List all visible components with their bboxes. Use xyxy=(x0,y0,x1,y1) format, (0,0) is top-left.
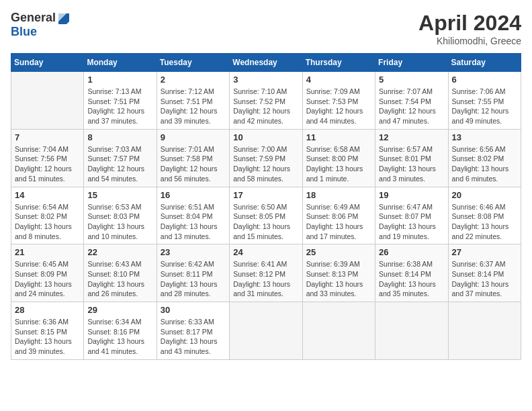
calendar-cell: 29Sunrise: 6:34 AMSunset: 8:16 PMDayligh… xyxy=(84,302,157,360)
day-number: 6 xyxy=(452,75,517,85)
day-number: 5 xyxy=(379,75,444,85)
day-number: 21 xyxy=(15,247,80,257)
calendar-cell xyxy=(230,302,302,360)
cell-content: Sunrise: 6:56 AMSunset: 8:02 PMDaylight:… xyxy=(452,144,517,184)
cell-content: Sunrise: 7:07 AMSunset: 7:54 PMDaylight:… xyxy=(379,87,444,126)
cell-content: Sunrise: 7:12 AMSunset: 7:51 PMDaylight:… xyxy=(161,87,226,126)
logo-general-text: General xyxy=(11,11,56,25)
day-number: 3 xyxy=(233,75,298,85)
page-header: General Blue April 2024 Khiliomodhi, Gre… xyxy=(11,11,521,46)
cell-content: Sunrise: 6:34 AMSunset: 8:16 PMDaylight:… xyxy=(87,317,152,357)
week-row-3: 14Sunrise: 6:54 AMSunset: 8:02 PMDayligh… xyxy=(11,187,521,244)
day-number: 13 xyxy=(452,132,517,142)
day-number: 20 xyxy=(452,190,517,200)
day-number: 26 xyxy=(379,247,444,257)
cell-content: Sunrise: 7:01 AMSunset: 7:58 PMDaylight:… xyxy=(161,144,226,184)
calendar-cell: 19Sunrise: 6:47 AMSunset: 8:07 PMDayligh… xyxy=(375,187,448,244)
cell-content: Sunrise: 6:50 AMSunset: 8:05 PMDaylight:… xyxy=(233,202,298,242)
day-number: 29 xyxy=(87,305,152,315)
calendar-cell: 15Sunrise: 6:53 AMSunset: 8:03 PMDayligh… xyxy=(84,187,157,244)
day-number: 18 xyxy=(306,190,371,200)
month-title: April 2024 xyxy=(418,11,521,36)
week-row-5: 28Sunrise: 6:36 AMSunset: 8:15 PMDayligh… xyxy=(11,302,521,360)
cell-content: Sunrise: 7:09 AMSunset: 7:53 PMDaylight:… xyxy=(306,87,371,126)
calendar-table: SundayMondayTuesdayWednesdayThursdayFrid… xyxy=(11,53,521,360)
day-number: 16 xyxy=(161,190,226,200)
cell-content: Sunrise: 7:04 AMSunset: 7:56 PMDaylight:… xyxy=(15,144,80,184)
day-number: 2 xyxy=(161,75,226,85)
week-row-1: 1Sunrise: 7:13 AMSunset: 7:51 PMDaylight… xyxy=(11,72,521,130)
calendar-cell: 7Sunrise: 7:04 AMSunset: 7:56 PMDaylight… xyxy=(11,129,84,187)
cell-content: Sunrise: 7:06 AMSunset: 7:55 PMDaylight:… xyxy=(452,87,517,126)
day-number: 22 xyxy=(87,247,152,257)
cell-content: Sunrise: 7:00 AMSunset: 7:59 PMDaylight:… xyxy=(233,144,298,184)
logo-blue-text: Blue xyxy=(11,25,37,38)
day-number: 17 xyxy=(233,190,298,200)
cell-content: Sunrise: 6:46 AMSunset: 8:08 PMDaylight:… xyxy=(452,202,517,242)
cell-content: Sunrise: 6:36 AMSunset: 8:15 PMDaylight:… xyxy=(15,317,80,357)
calendar-cell: 8Sunrise: 7:03 AMSunset: 7:57 PMDaylight… xyxy=(84,129,157,187)
calendar-cell: 12Sunrise: 6:57 AMSunset: 8:01 PMDayligh… xyxy=(375,129,448,187)
cell-content: Sunrise: 6:39 AMSunset: 8:13 PMDaylight:… xyxy=(306,259,371,299)
day-number: 28 xyxy=(15,305,80,315)
calendar-cell: 25Sunrise: 6:39 AMSunset: 8:13 PMDayligh… xyxy=(302,244,375,302)
calendar-cell: 11Sunrise: 6:58 AMSunset: 8:00 PMDayligh… xyxy=(302,129,375,187)
calendar-cell: 14Sunrise: 6:54 AMSunset: 8:02 PMDayligh… xyxy=(11,187,84,244)
cell-content: Sunrise: 6:49 AMSunset: 8:06 PMDaylight:… xyxy=(306,202,371,242)
day-number: 23 xyxy=(161,247,226,257)
cell-content: Sunrise: 6:45 AMSunset: 8:09 PMDaylight:… xyxy=(15,259,80,299)
weekday-header-tuesday: Tuesday xyxy=(157,54,229,72)
day-number: 15 xyxy=(87,190,152,200)
cell-content: Sunrise: 7:13 AMSunset: 7:51 PMDaylight:… xyxy=(87,87,152,126)
cell-content: Sunrise: 6:41 AMSunset: 8:12 PMDaylight:… xyxy=(233,259,298,299)
week-row-2: 7Sunrise: 7:04 AMSunset: 7:56 PMDaylight… xyxy=(11,129,521,187)
day-number: 10 xyxy=(233,132,298,142)
cell-content: Sunrise: 6:54 AMSunset: 8:02 PMDaylight:… xyxy=(15,202,80,242)
calendar-cell: 22Sunrise: 6:43 AMSunset: 8:10 PMDayligh… xyxy=(84,244,157,302)
calendar-cell: 26Sunrise: 6:38 AMSunset: 8:14 PMDayligh… xyxy=(375,244,448,302)
calendar-cell: 16Sunrise: 6:51 AMSunset: 8:04 PMDayligh… xyxy=(157,187,229,244)
day-number: 4 xyxy=(306,75,371,85)
calendar-cell: 18Sunrise: 6:49 AMSunset: 8:06 PMDayligh… xyxy=(302,187,375,244)
weekday-header-friday: Friday xyxy=(375,54,448,72)
calendar-cell: 2Sunrise: 7:12 AMSunset: 7:51 PMDaylight… xyxy=(157,72,229,130)
day-number: 1 xyxy=(87,75,152,85)
week-row-4: 21Sunrise: 6:45 AMSunset: 8:09 PMDayligh… xyxy=(11,244,521,302)
weekday-header-monday: Monday xyxy=(84,54,157,72)
cell-content: Sunrise: 6:42 AMSunset: 8:11 PMDaylight:… xyxy=(161,259,226,299)
calendar-cell: 9Sunrise: 7:01 AMSunset: 7:58 PMDaylight… xyxy=(157,129,229,187)
logo-icon xyxy=(57,12,69,24)
calendar-cell: 28Sunrise: 6:36 AMSunset: 8:15 PMDayligh… xyxy=(11,302,84,360)
weekday-header-row: SundayMondayTuesdayWednesdayThursdayFrid… xyxy=(11,54,521,72)
weekday-header-saturday: Saturday xyxy=(448,54,521,72)
calendar-cell: 27Sunrise: 6:37 AMSunset: 8:14 PMDayligh… xyxy=(448,244,521,302)
day-number: 24 xyxy=(233,247,298,257)
cell-content: Sunrise: 6:43 AMSunset: 8:10 PMDaylight:… xyxy=(87,259,152,299)
weekday-header-sunday: Sunday xyxy=(11,54,84,72)
calendar-cell: 21Sunrise: 6:45 AMSunset: 8:09 PMDayligh… xyxy=(11,244,84,302)
cell-content: Sunrise: 6:37 AMSunset: 8:14 PMDaylight:… xyxy=(452,259,517,299)
title-area: April 2024 Khiliomodhi, Greece xyxy=(418,11,521,46)
calendar-cell: 10Sunrise: 7:00 AMSunset: 7:59 PMDayligh… xyxy=(230,129,302,187)
cell-content: Sunrise: 7:10 AMSunset: 7:52 PMDaylight:… xyxy=(233,87,298,126)
day-number: 30 xyxy=(161,305,226,315)
calendar-cell: 17Sunrise: 6:50 AMSunset: 8:05 PMDayligh… xyxy=(230,187,302,244)
day-number: 19 xyxy=(379,190,444,200)
calendar-cell xyxy=(302,302,375,360)
calendar-cell: 3Sunrise: 7:10 AMSunset: 7:52 PMDaylight… xyxy=(230,72,302,130)
day-number: 8 xyxy=(87,132,152,142)
calendar-cell: 4Sunrise: 7:09 AMSunset: 7:53 PMDaylight… xyxy=(302,72,375,130)
cell-content: Sunrise: 6:53 AMSunset: 8:03 PMDaylight:… xyxy=(87,202,152,242)
cell-content: Sunrise: 6:51 AMSunset: 8:04 PMDaylight:… xyxy=(161,202,226,242)
location: Khiliomodhi, Greece xyxy=(418,36,521,46)
cell-content: Sunrise: 6:57 AMSunset: 8:01 PMDaylight:… xyxy=(379,144,444,184)
calendar-cell: 24Sunrise: 6:41 AMSunset: 8:12 PMDayligh… xyxy=(230,244,302,302)
cell-content: Sunrise: 6:58 AMSunset: 8:00 PMDaylight:… xyxy=(306,144,371,184)
day-number: 14 xyxy=(15,190,80,200)
weekday-header-wednesday: Wednesday xyxy=(230,54,302,72)
day-number: 7 xyxy=(15,132,80,142)
cell-content: Sunrise: 6:47 AMSunset: 8:07 PMDaylight:… xyxy=(379,202,444,242)
calendar-cell: 6Sunrise: 7:06 AMSunset: 7:55 PMDaylight… xyxy=(448,72,521,130)
weekday-header-thursday: Thursday xyxy=(302,54,375,72)
calendar-cell: 30Sunrise: 6:33 AMSunset: 8:17 PMDayligh… xyxy=(157,302,229,360)
